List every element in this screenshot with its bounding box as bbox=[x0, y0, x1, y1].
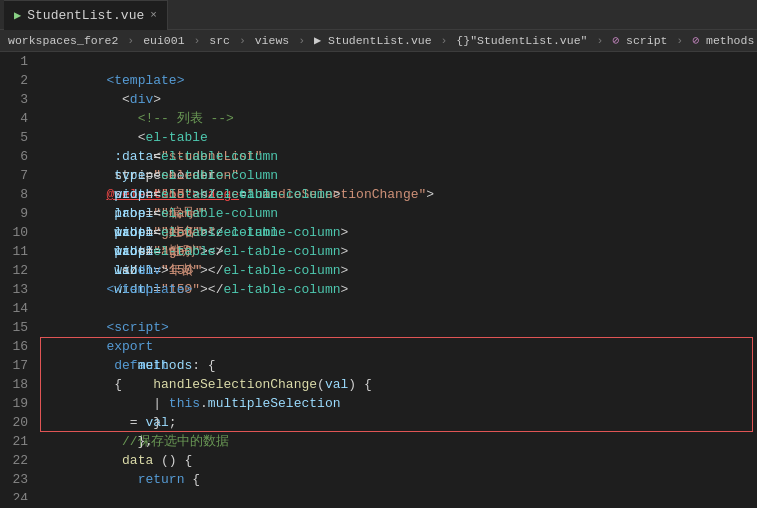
code-content[interactable]: <template> <div> <!-- 列表 --> <el-table :… bbox=[36, 52, 757, 500]
line-numbers: 1 2 3 4 5 6 7 8 9 10 11 12 13 14 15 16 1… bbox=[0, 52, 36, 500]
code-line-4: <el-table :data="studentList" stripe bor… bbox=[44, 109, 757, 128]
tab-label: StudentList.vue bbox=[27, 8, 144, 23]
code-line-13 bbox=[44, 280, 757, 299]
code-line-7: <el-table-column prop="sname" label="姓名"… bbox=[44, 166, 757, 185]
breadcrumb-src: src bbox=[209, 34, 230, 47]
breadcrumb: workspaces_fore2 › eui001 › src › views … bbox=[0, 30, 757, 52]
line-num-21: 21 bbox=[0, 432, 28, 451]
breadcrumb-script: script bbox=[626, 34, 667, 47]
code-line-23: multipleSelection : [], //多选, 选中的数据 bbox=[44, 470, 757, 489]
code-line-14: <script> bbox=[44, 299, 757, 318]
tab-bar: ▶ StudentList.vue × bbox=[0, 0, 757, 30]
line-num-4: 4 bbox=[0, 109, 28, 128]
code-line-12: </template> bbox=[44, 261, 757, 280]
breadcrumb-vue-icon: ▶ bbox=[314, 34, 321, 48]
methods-block: methods: { handleSelectionChange(val) { … bbox=[44, 337, 757, 432]
line-num-12: 12 bbox=[0, 261, 28, 280]
app-window: ▶ StudentList.vue × workspaces_fore2 › e… bbox=[0, 0, 757, 500]
code-line-15: export default { bbox=[44, 318, 757, 337]
breadcrumb-script-icon: ⊘ bbox=[612, 34, 619, 47]
code-line-22: return { bbox=[44, 451, 757, 470]
code-line-21: data () { bbox=[44, 432, 757, 451]
line-num-7: 7 bbox=[0, 166, 28, 185]
line-num-1: 1 bbox=[0, 52, 28, 71]
code-line-16: methods: { bbox=[44, 337, 757, 356]
tab-close-button[interactable]: × bbox=[150, 9, 157, 21]
breadcrumb-methods-icon: ⊘ bbox=[692, 34, 699, 47]
line-num-18: 18 bbox=[0, 375, 28, 394]
code-line-18: | this.multipleSelection = val; //保存选中的数… bbox=[44, 375, 757, 394]
code-line-10: </el-table> bbox=[44, 223, 757, 242]
breadcrumb-workspace: workspaces_fore2 bbox=[8, 34, 118, 47]
code-line-24: studentList: [ bbox=[44, 489, 757, 500]
code-line-3: <!-- 列表 --> bbox=[44, 90, 757, 109]
line-num-14: 14 bbox=[0, 299, 28, 318]
code-line-5: <el-table-column type="selection" width=… bbox=[44, 128, 757, 147]
line-num-10: 10 bbox=[0, 223, 28, 242]
line-num-13: 13 bbox=[0, 280, 28, 299]
breadcrumb-scope: {}"StudentList.vue" bbox=[456, 34, 587, 47]
line-num-2: 2 bbox=[0, 71, 28, 90]
breadcrumb-methods: methods bbox=[706, 34, 754, 47]
line-num-19: 19 bbox=[0, 394, 28, 413]
code-line-11: </div> bbox=[44, 242, 757, 261]
line-num-23: 23 bbox=[0, 470, 28, 489]
line-num-17: 17 bbox=[0, 356, 28, 375]
tab-studentlist[interactable]: ▶ StudentList.vue × bbox=[4, 0, 168, 30]
line-num-8: 8 bbox=[0, 185, 28, 204]
breadcrumb-views: views bbox=[255, 34, 290, 47]
code-line-2: <div> bbox=[44, 71, 757, 90]
vue-icon: ▶ bbox=[14, 8, 21, 23]
code-line-6: <el-table-column prop="sid" label="编号" w… bbox=[44, 147, 757, 166]
line-num-22: 22 bbox=[0, 451, 28, 470]
code-line-1: <template> bbox=[44, 52, 757, 71]
code-line-19: } bbox=[44, 394, 757, 413]
code-line-9: <el-table-column prop="age" label="年龄" w… bbox=[44, 204, 757, 223]
line-num-20: 20 bbox=[0, 413, 28, 432]
line-num-15: 15 bbox=[0, 318, 28, 337]
code-line-8: <el-table-column prop="gender" label="性别… bbox=[44, 185, 757, 204]
line-num-5: 5 bbox=[0, 128, 28, 147]
editor-area: 1 2 3 4 5 6 7 8 9 10 11 12 13 14 15 16 1… bbox=[0, 52, 757, 500]
breadcrumb-file: StudentList.vue bbox=[328, 34, 432, 47]
code-line-17: handleSelectionChange(val) { bbox=[44, 356, 757, 375]
line-num-3: 3 bbox=[0, 90, 28, 109]
line-num-16: 16 bbox=[0, 337, 28, 356]
line-num-24: 24 bbox=[0, 489, 28, 500]
line-num-6: 6 bbox=[0, 147, 28, 166]
breadcrumb-project: eui001 bbox=[143, 34, 184, 47]
line-num-9: 9 bbox=[0, 204, 28, 223]
code-line-20: }, bbox=[44, 413, 757, 432]
line-num-11: 11 bbox=[0, 242, 28, 261]
